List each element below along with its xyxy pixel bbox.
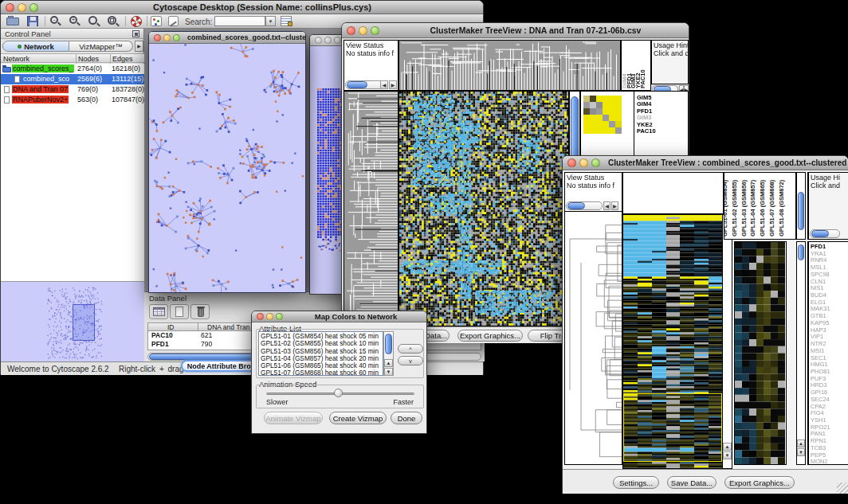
matrix-cell[interactable] xyxy=(603,127,609,134)
tv1-status-hscrollbar-thumb[interactable] xyxy=(347,81,367,88)
minimize-icon[interactable] xyxy=(18,3,26,12)
tv2-right-vscrollbar-thumb[interactable] xyxy=(798,244,804,260)
attribute-item[interactable]: GPL51-02 (GSM855) heat shock 10 min xyxy=(259,339,383,346)
tv2-gene-item[interactable]: GTB1 xyxy=(811,312,848,319)
tv2-gene-item[interactable]: YRA1 xyxy=(811,250,848,257)
scroll-down-icon[interactable]: ▼ xyxy=(797,448,805,456)
tv1-column-dendrogram[interactable] xyxy=(398,40,621,91)
tv2-gene-item[interactable]: GPI16 xyxy=(811,389,848,396)
tv2-status-hscrollbar[interactable] xyxy=(566,201,603,210)
matrix-cell[interactable] xyxy=(590,108,596,115)
scroll-up-icon[interactable]: ▲ xyxy=(723,443,732,451)
help-lifesaver-icon[interactable] xyxy=(131,16,142,27)
treeview1-titlebar[interactable]: ClusterMaker TreeView : DNA and Tran 07-… xyxy=(342,23,689,38)
delete-attribute-icon[interactable] xyxy=(190,304,210,319)
done-button[interactable]: Done xyxy=(391,412,422,424)
zoom-out-icon[interactable]: - xyxy=(50,16,61,27)
network1-canvas-area[interactable] xyxy=(149,44,305,292)
tv2-gene-item[interactable]: SPC98 xyxy=(811,271,848,278)
create-vizmap-button[interactable]: Create Vizmap xyxy=(329,412,387,424)
attribute-list-vscrollbar[interactable]: ▲ ▼ xyxy=(383,331,394,376)
matrix-cell[interactable] xyxy=(596,108,603,115)
matrix-cell[interactable] xyxy=(603,96,609,102)
matrix-cell[interactable] xyxy=(615,102,622,108)
search-input[interactable] xyxy=(214,16,265,26)
matrix-cell[interactable] xyxy=(590,121,596,127)
matrix-cell[interactable] xyxy=(609,96,615,102)
tv2-gene-item[interactable]: PFD1 xyxy=(811,243,848,250)
scroll-right-icon[interactable]: ▶ xyxy=(611,201,618,210)
tv2-usage-hscrollbar[interactable] xyxy=(810,229,840,238)
tv1-gene-item[interactable]: PAC10 xyxy=(637,127,688,134)
matrix-cell[interactable] xyxy=(609,102,615,108)
minimize-icon[interactable] xyxy=(266,313,273,320)
tv2-gene-item[interactable]: KAP95 xyxy=(811,319,848,326)
matrix-cell[interactable] xyxy=(596,96,603,102)
matrix-cell[interactable] xyxy=(609,127,615,134)
tv2-gene-item[interactable]: MON2 xyxy=(811,458,848,465)
tv1-gene-item[interactable]: PFD1 xyxy=(637,107,688,114)
tv1-gene-item[interactable]: GIM3 xyxy=(637,114,688,120)
main-titlebar[interactable]: Cytoscape Desktop (Session Name: collins… xyxy=(1,1,483,14)
save-data-button[interactable]: Save Data... xyxy=(667,476,716,489)
matrix-cell[interactable] xyxy=(596,102,603,108)
tv2-gene-item[interactable]: CLN1 xyxy=(811,278,848,285)
matrix-cell[interactable] xyxy=(615,127,622,134)
network-overview-panel[interactable] xyxy=(1,281,144,361)
zoom-window-icon[interactable] xyxy=(334,37,341,44)
zoom-in-icon[interactable]: + xyxy=(69,16,80,27)
tv1-row-dendrogram[interactable] xyxy=(344,91,398,326)
tv2-usage-hscrollbar-thumb[interactable] xyxy=(811,230,829,237)
network1-titlebar[interactable]: combined_scores_good.txt--cluste... xyxy=(149,32,305,44)
tv2-gene-item[interactable]: ELG1 xyxy=(811,299,848,306)
close-icon[interactable] xyxy=(567,158,576,167)
matrix-cell[interactable] xyxy=(583,127,590,134)
tv2-gene-item[interactable]: CPA2 xyxy=(811,403,848,410)
zoom-window-icon[interactable] xyxy=(29,3,38,12)
tv2-gene-item[interactable]: RPN1 xyxy=(811,437,848,444)
move-down-button[interactable]: v xyxy=(398,356,423,365)
zoom-window-icon[interactable] xyxy=(173,34,180,41)
tv2-gene-item[interactable]: RNR4 xyxy=(811,256,848,264)
tv2-heat-vscrollbar[interactable]: ▲ ▼ xyxy=(722,214,732,469)
attribute-item[interactable]: GPL51-07 (GSM868) heat shock 60 min xyxy=(259,369,383,376)
scroll-down-icon[interactable]: ▼ xyxy=(384,368,393,376)
tv2-labels-vscrollbar[interactable] xyxy=(796,172,806,240)
tv2-gene-item[interactable]: MAK31 xyxy=(811,305,848,312)
export-graphics-button[interactable]: Export Graphics... xyxy=(724,476,795,489)
matrix-cell[interactable] xyxy=(603,108,609,115)
matrix-cell[interactable] xyxy=(590,115,596,121)
network-row[interactable]: DNA and Tran 07769(0)183728(0) xyxy=(1,84,144,95)
export-graphics-button[interactable]: Export Graphics... xyxy=(457,330,523,342)
tv2-heatmap-selection[interactable] xyxy=(623,393,722,462)
float-panel-icon[interactable] xyxy=(132,30,139,37)
matrix-cell[interactable] xyxy=(583,102,590,108)
tv2-column-tree-pane[interactable] xyxy=(622,172,724,214)
close-icon[interactable] xyxy=(315,37,322,44)
resize-grip[interactable] xyxy=(837,483,848,494)
scroll-down-icon[interactable]: ▼ xyxy=(723,451,732,459)
window-controls[interactable] xyxy=(6,3,41,12)
new-attribute-icon[interactable] xyxy=(170,304,189,319)
tab-vizmapper[interactable]: VizMapper™ xyxy=(69,41,133,52)
overview-viewport-rect[interactable] xyxy=(73,304,95,341)
scroll-left-icon[interactable]: ◀ xyxy=(603,201,610,210)
zoom-window-icon[interactable] xyxy=(371,26,379,35)
tv2-gene-item[interactable]: SEC1 xyxy=(811,354,848,361)
close-icon[interactable] xyxy=(154,34,161,41)
attribute-item[interactable]: GPL51-01 (GSM854) heat shock 05 min xyxy=(259,332,383,339)
vizmapper-icon[interactable] xyxy=(151,16,162,26)
tv2-gene-item[interactable]: VIP1 xyxy=(811,333,848,340)
matrix-cell[interactable] xyxy=(603,115,609,121)
matrix-cell[interactable] xyxy=(615,108,622,115)
matrix-cell[interactable] xyxy=(603,102,609,108)
tv2-gene-item[interactable]: HRD3 xyxy=(811,381,848,389)
annotation-icon[interactable] xyxy=(168,16,179,26)
matrix-cell[interactable] xyxy=(583,108,590,115)
matrix-cell[interactable] xyxy=(609,108,615,115)
search-dropdown-icon[interactable]: ▼ xyxy=(265,16,276,26)
tv2-status-hscrollbar-thumb[interactable] xyxy=(567,202,585,209)
zoom-window-icon[interactable] xyxy=(591,158,600,167)
tv2-labels-vscrollbar-thumb[interactable] xyxy=(798,192,804,230)
tv2-gene-item[interactable]: PAN1 xyxy=(811,430,848,437)
